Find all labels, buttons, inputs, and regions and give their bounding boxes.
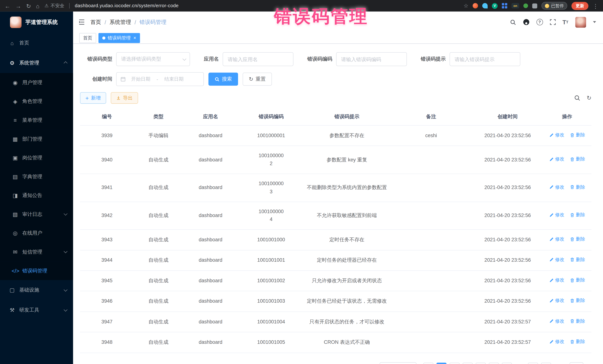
sidebar-item-label: 首页 [19, 39, 29, 46]
edit-button[interactable]: 修改 [549, 211, 564, 219]
security-indicator[interactable]: ⚠ 不安全 [45, 2, 64, 9]
profile-paused-badge[interactable]: 已暂停 [541, 2, 567, 10]
edit-button[interactable]: 修改 [549, 184, 564, 191]
edit-button[interactable]: 修改 [549, 236, 564, 243]
page-size-select[interactable]: 10条/页 [380, 362, 417, 364]
sidebar-item-5[interactable]: ▦部门管理 [0, 129, 73, 148]
sidebar-item-1[interactable]: ⚙系统管理 [0, 53, 73, 73]
browser-home-icon[interactable]: ⌂ [36, 3, 39, 9]
user-avatar[interactable] [575, 17, 586, 27]
sidebar-item-11[interactable]: ✉短信管理 [0, 243, 73, 261]
fullscreen-icon[interactable] [550, 19, 556, 25]
address-bar[interactable]: dashboard.yudao.iocoder.cn/system/error-… [75, 3, 179, 9]
delete-button[interactable]: 删除 [570, 184, 585, 191]
back-icon[interactable]: ← [5, 3, 10, 9]
chevron-down-icon[interactable] [593, 21, 596, 23]
table-header-row: 编号类型应用名错误码编码错误码提示备注创建时间操作 [80, 109, 591, 125]
add-button[interactable]: + 新增 [80, 92, 106, 104]
page-button-8[interactable]: 8 [528, 363, 538, 364]
delete-button[interactable]: 删除 [570, 338, 585, 345]
error-code-input[interactable] [336, 52, 407, 66]
delete-button[interactable]: 删除 [570, 211, 585, 219]
date-range-picker[interactable]: - [116, 72, 204, 86]
forward-icon[interactable]: → [15, 3, 21, 9]
browser-menu-icon[interactable]: ⋮ [593, 3, 598, 9]
plus-icon: + [85, 95, 89, 101]
page-button-1[interactable]: 1 [437, 363, 447, 364]
page-button-6[interactable]: 6 [502, 363, 512, 364]
toggle-search-icon[interactable] [574, 95, 580, 101]
sidebar-item-12[interactable]: </>错误码管理 [0, 261, 73, 280]
edit-button[interactable]: 修改 [549, 256, 564, 264]
start-date-input[interactable] [127, 76, 154, 82]
page-button-3[interactable]: 3 [463, 363, 473, 364]
sidebar-item-2[interactable]: ◉用户管理 [0, 73, 73, 92]
reload-icon[interactable]: ↻ [26, 3, 31, 9]
delete-button[interactable]: 删除 [570, 256, 585, 264]
help-icon[interactable]: ? [536, 19, 543, 25]
sidebar-item-6[interactable]: ▣岗位管理 [0, 148, 73, 167]
chevron-down-icon [64, 249, 68, 253]
extensions-menu-icon[interactable] [532, 3, 537, 8]
next-page-button[interactable] [541, 363, 551, 364]
breadcrumb-item-system[interactable]: 系统管理 [109, 19, 131, 26]
font-size-icon[interactable]: TT [563, 19, 568, 25]
sidebar-item-14[interactable]: ⚒研发工具 [0, 300, 73, 320]
edit-button[interactable]: 修改 [549, 132, 564, 139]
tab-0[interactable]: 首页 [79, 33, 96, 43]
sidebar-item-10[interactable]: ◎在线用户 [0, 223, 73, 243]
delete-button[interactable]: 删除 [570, 132, 585, 139]
cell-type: 自动生成 [134, 230, 183, 250]
reset-button[interactable]: ↻ 重置 [243, 73, 272, 86]
extension-icon[interactable] [482, 3, 487, 9]
search-icon[interactable] [510, 19, 516, 25]
tab-1[interactable]: 错误码管理× [99, 33, 140, 43]
sidebar-item-3[interactable]: ◈角色管理 [0, 92, 73, 111]
extension-icon[interactable]: on [511, 3, 519, 9]
goto-page-input[interactable] [570, 362, 583, 364]
sidebar-item-7[interactable]: ▤字典管理 [0, 167, 73, 186]
tags-bar: 首页错误码管理× [73, 33, 603, 44]
browser-update-button[interactable]: 更新 [571, 2, 588, 10]
page-button-5[interactable]: 5 [489, 363, 499, 364]
github-icon[interactable] [523, 19, 529, 25]
page-button-4[interactable]: 4 [476, 363, 486, 364]
delete-button[interactable]: 删除 [570, 276, 585, 284]
prev-page-button[interactable] [423, 363, 433, 364]
error-hint-input[interactable] [450, 52, 520, 66]
search-button[interactable]: 搜索 [208, 73, 238, 86]
cell-hint: 参数配置不存在 [304, 125, 390, 146]
extension-icon[interactable]: V [492, 3, 498, 9]
refresh-table-icon[interactable]: ↻ [587, 95, 591, 101]
app-logo[interactable]: 芋道管理系统 [0, 11, 73, 33]
edit-button[interactable]: 修改 [549, 155, 564, 163]
extension-icon[interactable] [502, 3, 507, 9]
warning-icon: ⚠ [45, 3, 49, 9]
edit-button[interactable]: 修改 [549, 276, 564, 284]
close-icon[interactable]: × [133, 36, 136, 40]
more-pages-button[interactable]: ••• [515, 363, 525, 364]
sidebar-item-8[interactable]: ◨通知公告 [0, 186, 73, 205]
page-button-2[interactable]: 2 [450, 363, 460, 364]
delete-button[interactable]: 删除 [570, 318, 585, 325]
delete-button[interactable]: 删除 [570, 297, 585, 305]
sidebar-toggle-icon[interactable] [79, 19, 85, 25]
sidebar-item-0[interactable]: ⌂首页 [0, 33, 73, 53]
sidebar-item-9[interactable]: ▧审计日志 [0, 205, 73, 224]
edit-button[interactable]: 修改 [549, 338, 564, 345]
extension-icon[interactable] [523, 3, 528, 8]
end-date-input[interactable] [161, 76, 187, 82]
cell-time: 2021-04-20 23:52:56 [473, 125, 543, 146]
sidebar-item-4[interactable]: ≡菜单管理 [0, 111, 73, 130]
error-type-select[interactable]: 请选择错误码类型 [116, 52, 190, 66]
breadcrumb-item-home[interactable]: 首页 [90, 19, 101, 26]
sidebar-item-13[interactable]: ▢基础设施 [0, 280, 73, 300]
edit-button[interactable]: 修改 [549, 318, 564, 325]
export-button[interactable]: 导出 [111, 92, 138, 104]
delete-button[interactable]: 删除 [570, 155, 585, 163]
edit-button[interactable]: 修改 [549, 297, 564, 305]
delete-button[interactable]: 删除 [570, 236, 585, 243]
extension-icon[interactable] [473, 3, 478, 9]
bookmark-star-icon[interactable]: ☆ [464, 3, 468, 9]
app-name-input[interactable] [223, 52, 293, 66]
